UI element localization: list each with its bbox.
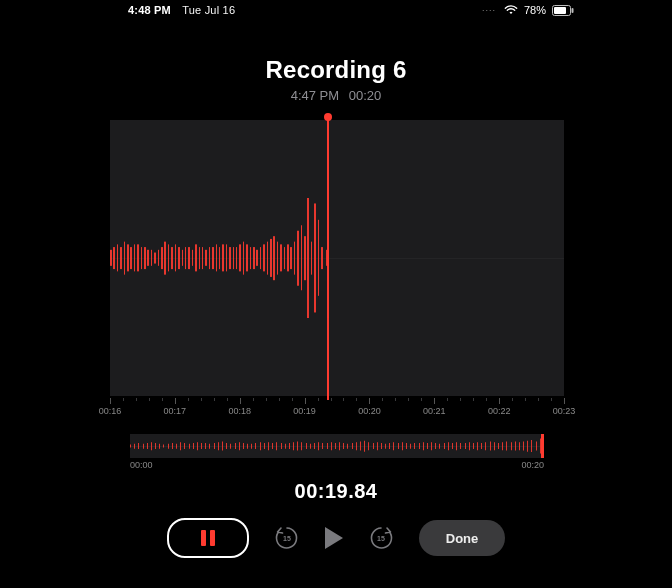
- overview-bar: [327, 443, 328, 449]
- waveform-bar: [127, 244, 129, 271]
- overview-bar: [134, 444, 135, 449]
- waveform-bar: [158, 250, 160, 266]
- waveform-bar: [239, 244, 241, 271]
- overview-bar: [184, 443, 185, 449]
- overview-bar: [255, 443, 256, 449]
- waveform-bar: [178, 247, 180, 269]
- waveform-bar: [202, 247, 204, 269]
- overview-bar: [368, 442, 369, 450]
- waveform-bar: [168, 244, 170, 271]
- waveform-bar: [297, 231, 299, 286]
- overview-bar: [360, 442, 361, 451]
- overview-bar: [180, 442, 181, 450]
- status-clock: 4:48 PM: [128, 4, 171, 16]
- waveform-bars: [110, 120, 564, 396]
- ruler-subtick: [486, 398, 487, 401]
- ruler-subtick: [201, 398, 202, 401]
- waveform-bar: [301, 225, 303, 290]
- pause-icon: [201, 530, 215, 546]
- overview-bar: [435, 443, 436, 449]
- ruler-subtick: [343, 398, 344, 401]
- overview-bar: [511, 442, 512, 450]
- overview-bar: [130, 445, 131, 448]
- waveform-bar: [226, 244, 228, 271]
- overview-bar: [460, 443, 461, 449]
- overview-strip[interactable]: [130, 434, 544, 458]
- overview-bar: [406, 443, 407, 449]
- playhead[interactable]: [327, 118, 329, 400]
- overview-bar: [431, 442, 432, 450]
- ruler-subtick: [279, 398, 280, 401]
- pause-record-button[interactable]: [167, 518, 249, 558]
- status-bar: 4:48 PM Tue Jul 16 ···· 78%: [0, 4, 672, 22]
- overview-bar: [285, 444, 286, 449]
- waveform-bar: [284, 247, 286, 269]
- status-right: ···· 78%: [482, 4, 574, 16]
- waveform-bar: [199, 247, 201, 269]
- overview-bar: [222, 442, 223, 451]
- overview-bar: [519, 442, 520, 450]
- overview-bar: [138, 443, 139, 449]
- ruler-tick: [110, 398, 111, 404]
- waveform-bar: [175, 244, 177, 271]
- waveform-bar: [277, 242, 279, 275]
- overview-bar: [423, 442, 424, 450]
- overview-bar: [527, 441, 528, 452]
- skip-forward-icon: 15: [368, 525, 394, 551]
- ruler-subtick: [356, 398, 357, 401]
- overview-bar: [498, 443, 499, 449]
- overview-bar: [205, 443, 206, 449]
- overview-bar: [251, 444, 252, 449]
- overview-bar: [381, 443, 382, 449]
- playhead-handle-icon[interactable]: [324, 113, 332, 121]
- overview-bar: [414, 443, 415, 449]
- waveform-bar: [182, 250, 184, 266]
- waveform-pane[interactable]: [110, 120, 564, 396]
- cell-dots-icon: ····: [482, 5, 496, 15]
- done-button[interactable]: Done: [419, 520, 505, 556]
- waveform-bar: [205, 250, 207, 266]
- title-block: Recording 6 4:47 PM 00:20: [0, 56, 672, 103]
- overview-bar: [226, 443, 227, 449]
- waveform-bar: [124, 242, 126, 275]
- overview-bar: [364, 441, 365, 452]
- waveform-bar: [270, 239, 272, 277]
- waveform-bar: [267, 242, 269, 275]
- ruler-tick: [369, 398, 370, 404]
- overview-bar: [201, 443, 202, 449]
- overview-cursor[interactable]: [541, 434, 544, 458]
- overview-bar: [477, 442, 478, 450]
- skip-back-button[interactable]: 15: [273, 524, 301, 552]
- overview-bar: [385, 444, 386, 449]
- waveform-bar: [314, 203, 316, 312]
- skip-forward-button[interactable]: 15: [367, 524, 395, 552]
- overview-bar: [377, 442, 378, 450]
- overview-bar: [465, 443, 466, 449]
- overview-bar: [197, 442, 198, 450]
- overview-start-label: 00:00: [130, 460, 153, 470]
- play-button[interactable]: [325, 527, 343, 549]
- overview-bar: [494, 442, 495, 450]
- ruler-subtick: [395, 398, 396, 401]
- svg-rect-2: [572, 8, 574, 13]
- ruler-label: 00:19: [293, 406, 316, 416]
- ruler-subtick: [421, 398, 422, 401]
- ruler-tick: [175, 398, 176, 404]
- overview-bar: [322, 443, 323, 449]
- overview-bar: [209, 444, 210, 449]
- ruler-subtick: [214, 398, 215, 401]
- overview-bar: [536, 442, 537, 451]
- overview-bars: [130, 434, 544, 458]
- waveform-bar: [246, 244, 248, 271]
- overview-bar: [515, 442, 516, 451]
- overview-bar: [531, 440, 532, 452]
- wifi-icon: [504, 5, 518, 15]
- ruler-subtick: [188, 398, 189, 401]
- overview-bar: [176, 444, 177, 449]
- overview-end-label: 00:20: [521, 460, 544, 470]
- waveform-bar: [171, 247, 173, 269]
- svg-rect-1: [554, 7, 566, 14]
- overview-bar: [168, 444, 169, 449]
- overview-bar: [189, 444, 190, 449]
- waveform-bar: [233, 247, 235, 269]
